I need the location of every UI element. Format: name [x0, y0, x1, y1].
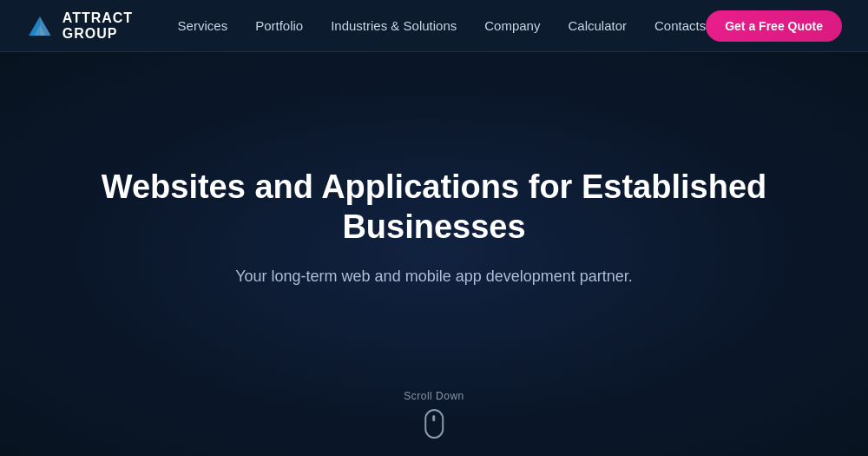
hero-title: Websites and Applications for Establishe… [95, 168, 773, 247]
logo-icon [26, 10, 54, 42]
nav-link-industries[interactable]: Industries & Solutions [331, 18, 457, 33]
nav-link-company[interactable]: Company [484, 18, 540, 33]
mouse-wheel [433, 415, 436, 421]
nav-link-services[interactable]: Services [178, 18, 228, 33]
hero-section: Websites and Applications for Establishe… [0, 52, 868, 456]
logo[interactable]: ATTRACT GROUP [26, 10, 178, 42]
scroll-down-label: Scroll Down [404, 390, 464, 402]
nav-link-contacts[interactable]: Contacts [654, 18, 706, 33]
nav-link-calculator[interactable]: Calculator [568, 18, 627, 33]
navbar: ATTRACT GROUP Services Portfolio Industr… [0, 0, 868, 52]
hero-subtitle: Your long-term web and mobile app develo… [235, 265, 633, 288]
scroll-down-area[interactable]: Scroll Down [404, 390, 464, 439]
mouse-scroll-icon [424, 409, 444, 439]
logo-text: ATTRACT GROUP [62, 10, 178, 42]
nav-links: Services Portfolio Industries & Solution… [178, 18, 707, 33]
get-quote-button[interactable]: Get a Free Quote [706, 10, 842, 42]
nav-link-portfolio[interactable]: Portfolio [255, 18, 303, 33]
